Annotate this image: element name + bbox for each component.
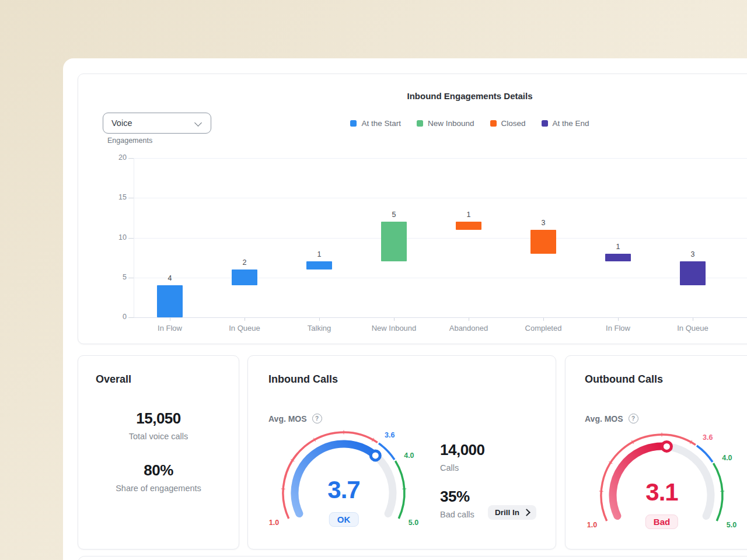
help-icon[interactable]: ? <box>629 414 638 424</box>
bar-value-label: 3 <box>526 219 561 227</box>
legend-swatch-icon <box>350 120 357 127</box>
share-of-engagements-value: 80% <box>144 461 173 480</box>
inbound-calls-card: Inbound Calls Avg. MOS ? 1.03.64.05.0 3.… <box>247 355 556 550</box>
bar-value-label: 1 <box>451 211 486 219</box>
x-axis-tick <box>245 318 245 321</box>
chart-title: Inbound Engagements Details <box>295 91 645 101</box>
legend-label: Closed <box>501 119 526 128</box>
bar-value-label: 2 <box>227 258 262 267</box>
y-tick-label: 20 <box>103 153 127 162</box>
bar-in-flow[interactable] <box>157 285 183 317</box>
gauge-knob <box>662 442 671 451</box>
bar-value-label: 5 <box>376 211 411 219</box>
bar-in-flow[interactable] <box>605 254 631 262</box>
legend-item-new-inbound[interactable]: New Inbound <box>417 119 474 128</box>
x-axis-tick <box>543 318 544 321</box>
bar-value-label: 1 <box>601 243 636 251</box>
y-tick-label: 15 <box>103 193 127 201</box>
legend-swatch-icon <box>490 120 497 127</box>
y-axis-tick <box>128 198 134 198</box>
x-category-label: Abandoned <box>431 324 506 332</box>
outbound-mos-status-badge: Bad <box>645 514 678 529</box>
x-axis-tick <box>319 318 320 321</box>
avg-mos-label: Avg. MOS <box>585 414 623 424</box>
avg-mos-label: Avg. MOS <box>268 414 307 424</box>
gridline <box>134 198 747 198</box>
x-category-label: In Queue <box>655 324 730 332</box>
bar-value-label: 1 <box>302 250 337 258</box>
bar-value-label: 3 <box>675 250 710 258</box>
inbound-mos-value: 3.7 <box>285 476 402 504</box>
inbound-calls-value: 14,000 <box>440 441 485 459</box>
y-axis-tick <box>128 158 134 159</box>
drill-in-button[interactable]: Drill In <box>488 505 536 520</box>
avg-mos-row: Avg. MOS ? <box>268 414 322 424</box>
gauge-scale-label: 1.0 <box>269 519 279 527</box>
gridline <box>134 238 747 239</box>
y-tick-label: 0 <box>103 313 127 321</box>
gridline <box>134 278 747 278</box>
bad-calls-value: 35% <box>440 488 470 506</box>
x-axis-tick <box>618 318 619 321</box>
legend-label: At the End <box>553 119 589 128</box>
channel-select[interactable]: Voice <box>103 113 211 134</box>
x-category-label: Completed <box>506 324 581 332</box>
chevron-down-icon <box>194 119 202 127</box>
y-tick-label: 10 <box>103 233 127 242</box>
y-tick-label: 5 <box>103 273 127 281</box>
x-axis-tick <box>693 318 693 321</box>
total-voice-calls-value: 15,050 <box>136 410 181 428</box>
gauge-knob <box>371 451 380 460</box>
card-title: Overall <box>96 373 131 386</box>
card-title: Inbound Calls <box>268 373 338 386</box>
gridline <box>134 158 747 159</box>
gauge-scale-label: 5.0 <box>409 519 418 527</box>
bar-abandoned[interactable] <box>456 222 481 230</box>
gauge-scale-label: 3.6 <box>703 433 713 442</box>
y-axis-tick <box>128 317 134 318</box>
overall-card: Overall 15,050 Total voice calls 80% Sha… <box>78 355 239 550</box>
y-axis-tick <box>128 278 134 278</box>
next-row-card <box>78 556 747 560</box>
card-title: Outbound Calls <box>585 373 663 386</box>
legend-label: At the Start <box>361 119 401 128</box>
bar-completed[interactable] <box>530 230 556 254</box>
total-voice-calls-label: Total voice calls <box>129 432 189 441</box>
outbound-calls-card: Outbound Calls Avg. MOS ? 1.03.64.05.0 3… <box>565 355 747 550</box>
inbound-calls-label: Calls <box>440 463 459 473</box>
legend-label: New Inbound <box>428 119 474 128</box>
legend-item-at-the-start[interactable]: At the Start <box>350 119 401 128</box>
x-axis-tick <box>170 318 170 321</box>
bar-in-queue[interactable] <box>232 270 257 285</box>
legend-item-closed[interactable]: Closed <box>490 119 526 128</box>
help-icon[interactable]: ? <box>312 414 322 424</box>
legend-swatch-icon <box>417 120 423 127</box>
channel-select-value: Voice <box>111 118 132 128</box>
avg-mos-row: Avg. MOS ? <box>585 414 638 424</box>
inbound-mos-status-badge: OK <box>329 512 359 527</box>
y-axis-tick <box>128 238 134 239</box>
x-category-label: New Inbound <box>357 324 431 332</box>
bar-in-queue[interactable] <box>680 261 706 285</box>
outbound-mos-value: 3.1 <box>603 478 720 506</box>
bar-talking[interactable] <box>306 261 332 270</box>
x-axis-tick <box>469 318 469 321</box>
drill-in-label: Drill In <box>495 508 519 517</box>
chevron-right-icon <box>523 509 530 516</box>
gauge-scale-label: 5.0 <box>727 521 736 529</box>
engagements-card: Inbound Engagements Details Voice At the… <box>78 74 747 344</box>
gauge-scale-label: 3.6 <box>385 431 395 439</box>
share-of-engagements-label: Share of engagements <box>116 484 201 493</box>
x-category-label: In Queue <box>207 324 282 332</box>
bar-new-inbound[interactable] <box>381 222 407 261</box>
legend-item-at-the-end[interactable]: At the End <box>542 119 589 128</box>
y-axis-title: Engagements <box>107 136 152 145</box>
overall-stats: 15,050 Total voice calls 80% Share of en… <box>78 410 239 513</box>
legend-swatch-icon <box>542 120 548 127</box>
gauge-scale-label: 1.0 <box>587 521 597 529</box>
gauge-scale-label: 4.0 <box>404 452 414 460</box>
x-category-label: Talking <box>282 324 357 332</box>
chart-legend: At the StartNew InboundClosedAt the End <box>295 119 645 128</box>
dashboard-panel: Inbound Engagements Details Voice At the… <box>63 58 747 560</box>
x-category-label: In Flow <box>132 324 207 332</box>
